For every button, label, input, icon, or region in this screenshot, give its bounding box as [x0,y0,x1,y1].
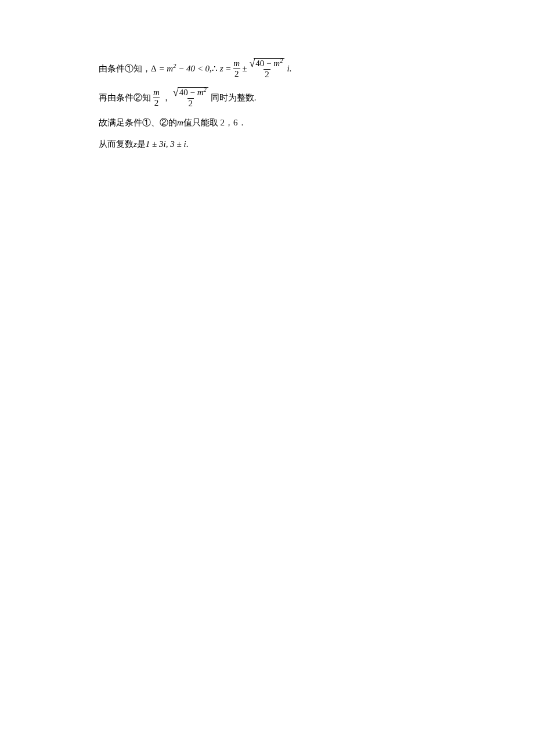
text: 是 [137,138,146,151]
denominator: 2 [264,69,270,80]
line-1: 由条件①知， Δ = m2 − 40 < 0,∴ z = m 2 ± √ 40 … [99,58,435,79]
sup-2: 2 [280,57,283,64]
var-m: m [177,116,183,129]
minus-40: − 40 < 0, [176,64,212,73]
fraction-m-over-2: m 2 [152,88,161,107]
eq2: = [223,64,231,73]
sqrt: √ 40 − m2 [249,58,284,69]
delta: Δ [151,64,157,73]
text: 再由条件②知 [99,91,151,105]
line-4: 从而复数 z 是 1 ± 3i, 3 ± i . [99,138,435,151]
fraction-sqrt-over-2: √ 40 − m2 2 [172,87,210,108]
const-40: 40 − [179,88,197,97]
comma: ， [162,91,171,105]
var-m: m [273,59,280,68]
sup-2: 2 [204,87,207,93]
text: 故满足条件①、②的 [99,116,177,129]
math-expr: Δ = m2 − 40 < 0,∴ z = [151,62,231,75]
var-m: m [167,64,173,73]
denominator: 2 [187,98,194,109]
sqrt: √ 40 − m2 [173,87,208,98]
therefore: ∴ [212,64,220,73]
var-m: m [197,88,204,97]
period: . [290,62,292,75]
denominator: 2 [233,69,240,79]
result-expr: 1 ± 3i, 3 ± i [146,138,186,151]
denominator: 2 [153,98,160,108]
text: 从而复数 [99,138,134,151]
text: 由条件①知， [99,62,151,75]
line-3: 故满足条件①、②的 m 值只能取 2，6． [99,116,435,129]
text: 值只能取 2，6． [183,116,247,129]
const-40: 40 − [255,59,273,68]
period: . [186,138,189,151]
fraction-sqrt-over-2: √ 40 − m2 2 [248,58,286,79]
line-2: 再由条件②知 m 2 ， √ 40 − m2 2 同时为整数. [99,87,435,108]
radicand: 40 − m2 [254,58,284,69]
fraction-m-over-2: m 2 [232,59,241,78]
text: 同时为整数. [211,91,257,105]
eq: = [157,64,167,73]
numerator: m [232,59,241,69]
numerator: √ 40 − m2 [248,58,286,69]
plus-minus: ± [242,62,247,75]
numerator: √ 40 − m2 [172,87,210,98]
radicand: 40 − m2 [178,87,208,98]
document-page: 由条件①知， Δ = m2 − 40 < 0,∴ z = m 2 ± √ 40 … [0,0,534,150]
numerator: m [152,88,161,98]
